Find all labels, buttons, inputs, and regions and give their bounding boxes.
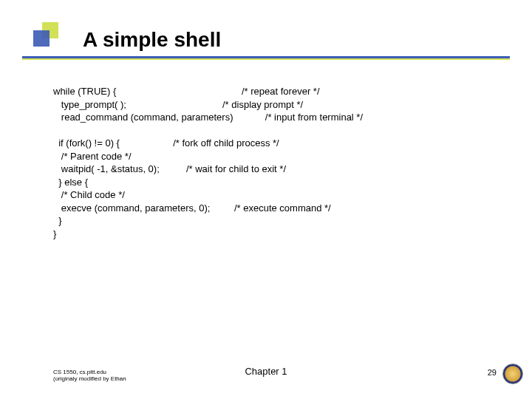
title-underline <box>22 56 510 58</box>
footer-chapter: Chapter 1 <box>0 366 532 377</box>
slide-title: A simple shell <box>83 28 221 52</box>
title-bullet-icon <box>33 22 50 38</box>
page-number: 29 <box>488 368 497 377</box>
code-block: while (TRUE) { /* repeat forever */ type… <box>53 85 497 241</box>
university-seal-icon <box>502 364 523 384</box>
